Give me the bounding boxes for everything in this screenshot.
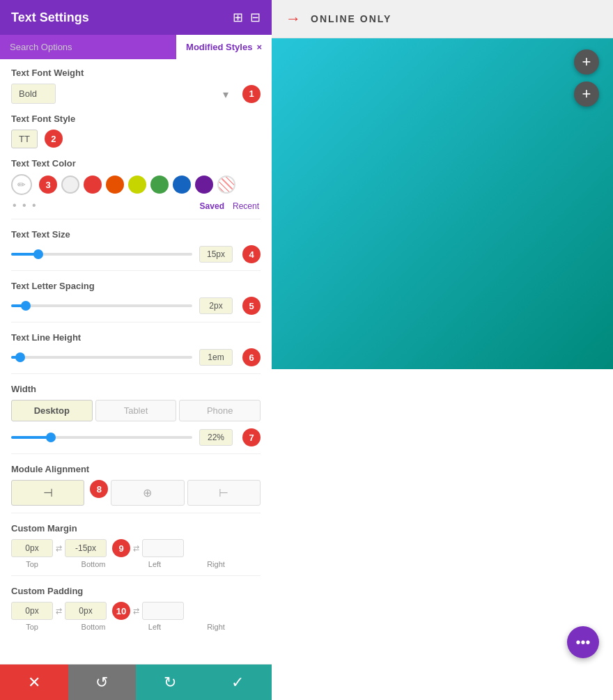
font-weight-select-wrapper[interactable]: Bold Normal 100 200 300 400 500 600 700 … — [11, 84, 234, 104]
align-left-icon: ⊣ — [43, 487, 53, 499]
save-button[interactable]: ✓ — [204, 664, 272, 700]
badge-1: 1 — [242, 85, 261, 103]
align-left-btn[interactable]: ⊣ — [11, 480, 84, 506]
white-area — [272, 369, 613, 700]
font-style-tt-label: TT — [19, 134, 30, 144]
margin-bottom-input[interactable] — [65, 539, 107, 557]
preview-area: + + — [272, 38, 613, 369]
color-edit-btn[interactable]: ✏ — [11, 174, 32, 195]
badge-4: 4 — [242, 245, 261, 263]
collapse-icon[interactable]: ⊟ — [250, 10, 261, 25]
text-size-row: 15px 4 — [11, 245, 261, 263]
panel-title: Text Settings — [11, 10, 89, 25]
font-weight-select[interactable]: Bold Normal 100 200 300 400 500 600 700 … — [11, 84, 56, 104]
margin-labels: Top Bottom Left Right — [11, 560, 261, 568]
color-swatch-orange[interactable] — [106, 176, 124, 194]
search-bar: Search Options Modified Styles × — [0, 35, 272, 59]
badge-2: 2 — [45, 130, 63, 148]
font-style-tt-btn[interactable]: TT — [11, 130, 38, 148]
align-center-icon: ⊕ — [143, 487, 152, 499]
margin-bottom-label: Bottom — [72, 560, 114, 568]
width-value[interactable]: 22% — [199, 429, 233, 446]
add-btn-1[interactable]: + — [574, 49, 599, 75]
color-dots: • • • — [13, 199, 38, 212]
color-swatch-blue[interactable] — [173, 176, 191, 194]
align-right-icon: ⊢ — [219, 487, 228, 499]
right-panel: → ONLINE ONLY + + ••• — [272, 0, 613, 700]
cancel-button[interactable]: ✕ — [0, 664, 68, 700]
text-size-value[interactable]: 15px — [199, 246, 233, 263]
close-modified-icon[interactable]: × — [256, 42, 262, 52]
line-height-value[interactable]: 1em — [199, 349, 233, 366]
search-options-label: Search Options — [0, 35, 176, 59]
margin-left-label: Left — [134, 560, 176, 568]
font-weight-row: Bold Normal 100 200 300 400 500 600 700 … — [11, 84, 261, 104]
margin-top-input[interactable] — [11, 539, 53, 557]
margin-link-2-icon[interactable]: ⇄ — [133, 544, 139, 553]
badge-5: 5 — [242, 297, 261, 315]
letter-spacing-track[interactable] — [11, 304, 192, 307]
online-only-text: ONLINE ONLY — [311, 13, 391, 24]
settings-content: Text Font Weight Bold Normal 100 200 300… — [0, 59, 272, 664]
width-tab-desktop[interactable]: Desktop — [11, 400, 93, 421]
font-style-label: Text Font Style — [11, 114, 261, 124]
add-btn-2[interactable]: + — [574, 81, 599, 107]
color-swatch-yellow[interactable] — [128, 176, 146, 194]
align-right-btn[interactable]: ⊢ — [187, 480, 261, 506]
badge-7: 7 — [242, 428, 261, 446]
color-swatches-row: ✏ 3 — [11, 174, 261, 195]
letter-spacing-label: Text Letter Spacing — [11, 281, 261, 291]
padding-labels: Top Bottom Left Right — [11, 623, 261, 631]
badge-10: 10 — [112, 602, 130, 620]
padding-link-1-icon[interactable]: ⇄ — [56, 607, 62, 616]
width-label: Width — [11, 384, 261, 394]
custom-margin-row: ⇄ 9 ⇄ — [11, 539, 261, 557]
letter-spacing-value[interactable]: 2px — [199, 297, 233, 314]
padding-bottom-label: Bottom — [72, 623, 114, 631]
color-swatch-purple[interactable] — [195, 176, 213, 194]
color-swatch-none[interactable] — [217, 176, 235, 194]
recent-tab[interactable]: Recent — [233, 201, 259, 211]
width-slider-row: 22% 7 — [11, 428, 261, 446]
online-only-bar: → ONLINE ONLY — [272, 0, 613, 38]
padding-left-label: Left — [134, 623, 176, 631]
expand-icon[interactable]: ⊞ — [233, 10, 243, 25]
margin-link-1-icon[interactable]: ⇄ — [56, 544, 62, 553]
width-tab-tablet[interactable]: Tablet — [95, 400, 177, 421]
text-size-track[interactable] — [11, 253, 192, 256]
margin-right-input[interactable] — [142, 539, 184, 557]
font-weight-label: Text Font Weight — [11, 68, 261, 78]
color-swatch-white[interactable] — [61, 176, 79, 194]
undo-button[interactable]: ↺ — [68, 664, 137, 700]
padding-right-input[interactable] — [142, 602, 184, 620]
line-height-track[interactable] — [11, 356, 192, 359]
badge-8: 8 — [90, 480, 108, 498]
modified-styles-tab[interactable]: Modified Styles × — [176, 35, 272, 59]
padding-top-input[interactable] — [11, 602, 53, 620]
module-alignment-label: Module Alignment — [11, 464, 261, 474]
padding-bottom-input[interactable] — [65, 602, 107, 620]
left-panel: Text Settings ⊞ ⊟ Search Options Modifie… — [0, 0, 272, 700]
arrow-right-icon: → — [286, 10, 301, 28]
custom-padding-label: Custom Padding — [11, 586, 261, 596]
padding-top-label: Top — [11, 623, 53, 631]
text-size-label: Text Text Size — [11, 229, 261, 240]
width-tab-phone[interactable]: Phone — [179, 400, 261, 421]
fab-button[interactable]: ••• — [567, 626, 599, 658]
color-swatch-red[interactable] — [84, 176, 102, 194]
redo-button[interactable]: ↻ — [136, 664, 204, 700]
line-height-row: 1em 6 — [11, 348, 261, 366]
line-height-label: Text Line Height — [11, 332, 261, 343]
saved-tab[interactable]: Saved — [200, 201, 224, 211]
font-style-row: TT 2 — [11, 130, 261, 148]
color-swatch-green[interactable] — [150, 176, 169, 194]
padding-link-2-icon[interactable]: ⇄ — [133, 607, 139, 616]
align-center-btn[interactable]: ⊕ — [111, 480, 184, 506]
custom-margin-label: Custom Margin — [11, 523, 261, 534]
badge-9: 9 — [112, 539, 130, 557]
width-track[interactable] — [11, 436, 192, 439]
modified-styles-label: Modified Styles — [186, 42, 252, 52]
bottom-toolbar: ✕ ↺ ↻ ✓ — [0, 664, 272, 700]
panel-header-icons: ⊞ ⊟ — [233, 10, 261, 25]
text-color-label: Text Text Color — [11, 158, 261, 169]
